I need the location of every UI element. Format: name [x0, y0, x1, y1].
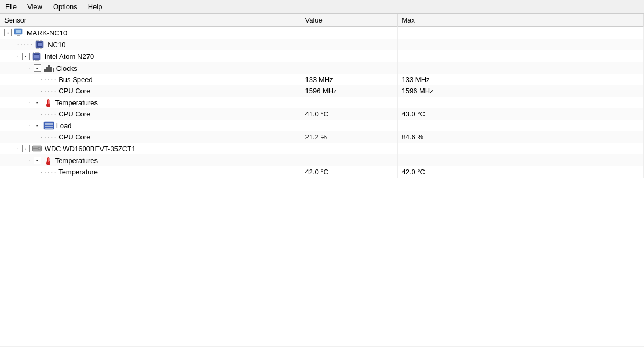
expand-button-temperatures-hdd[interactable]: -: [34, 157, 41, 164]
value-cell-mark-nc10: [301, 27, 397, 39]
svg-rect-46: [33, 148, 38, 149]
sensor-label-load: Load: [56, 122, 72, 130]
hdd-icon-wrapper: [32, 144, 42, 153]
expand-button-intel-atom[interactable]: -: [22, 53, 30, 60]
svg-rect-30: [53, 68, 54, 72]
extra-cell-mark-nc10: [494, 27, 644, 39]
svg-rect-41: [45, 128, 53, 129]
extra-cell-cpu-core-clocks: [494, 85, 644, 97]
table-row: ·····Bus Speed133 MHz133 MHz: [0, 74, 644, 85]
sensor-label-clocks: Clocks: [56, 64, 77, 72]
load-icon-wrapper: [43, 121, 54, 130]
value-cell-wdc-hdd: [301, 143, 397, 154]
max-cell-clocks: [397, 62, 494, 74]
max-cell-cpu-core-load: 84.6 %: [397, 131, 494, 143]
thermometer-icon-wrapper: [43, 98, 53, 107]
table-row: - MARK-NC10: [0, 27, 644, 39]
expand-button-clocks[interactable]: -: [34, 64, 41, 72]
menubar: File View Options Help: [0, 0, 644, 14]
cpu-small-icon-wrapper: [35, 40, 46, 49]
svg-rect-27: [46, 67, 48, 72]
col-header-max: Max: [397, 14, 494, 27]
menu-help[interactable]: Help: [85, 2, 106, 12]
tree-lines: ·····: [40, 110, 56, 118]
sensor-label-cpu-core-clocks: CPU Core: [58, 87, 90, 95]
value-cell-intel-atom: [301, 50, 397, 62]
table-row: ·- Intel Atom N270: [0, 50, 644, 62]
sensor-cell-cpu-core-load: ·····CPU Core: [0, 131, 301, 143]
sensor-label-wdc-hdd: WDC WD1600BEVT-35ZCT1: [45, 145, 136, 153]
col-header-value: Value: [301, 14, 397, 27]
table-row: ·- Temperatures: [0, 154, 644, 166]
extra-cell-temperatures-cpu: [494, 97, 644, 108]
tree-lines: ·····: [16, 41, 33, 48]
extra-cell-load: [494, 120, 644, 131]
max-cell-cpu-core-temp: 43.0 °C: [397, 108, 494, 120]
sensor-cell-temperature-hdd: ·····Temperature: [0, 166, 301, 178]
cpu-icon-wrapper: [32, 52, 42, 61]
load-icon: [43, 121, 54, 130]
tree-connector: ·: [28, 65, 32, 72]
computer-icon: [14, 28, 25, 37]
table-row: ·····Temperature42.0 °C42.0 °C: [0, 166, 644, 178]
svg-rect-29: [50, 67, 52, 72]
sensor-cell-temperatures-hdd: ·- Temperatures: [0, 154, 301, 166]
clocks-icon-wrapper: [43, 64, 54, 72]
value-cell-clocks: [301, 62, 397, 74]
extra-cell-cpu-core-temp: [494, 108, 644, 120]
value-cell-cpu-core-load: 21.2 %: [301, 131, 397, 143]
tree-connector: ·: [16, 53, 20, 60]
svg-rect-39: [45, 124, 53, 125]
expand-button-load[interactable]: -: [34, 122, 41, 129]
sensor-label-temperatures-cpu: Temperatures: [55, 99, 98, 107]
menu-view[interactable]: View: [24, 2, 46, 12]
sensor-cell-cpu-core-temp: ·····CPU Core: [0, 108, 301, 120]
max-cell-mark-nc10: [397, 27, 494, 39]
sensor-cell-nc10: ····· NC10: [0, 39, 301, 50]
svg-rect-6: [38, 43, 42, 46]
hdd-icon: [32, 144, 42, 153]
tree-lines: ·····: [40, 76, 56, 84]
extra-cell-intel-atom: [494, 50, 644, 62]
expand-button-mark-nc10[interactable]: -: [4, 29, 12, 36]
tree-lines: ·····: [40, 87, 56, 95]
main-content: Sensor Value Max - MARK-NC10·····: [0, 14, 644, 346]
cpu-small-icon: [35, 40, 46, 49]
menu-options[interactable]: Options: [50, 2, 80, 12]
sensor-label-intel-atom: Intel Atom N270: [45, 53, 94, 61]
extra-cell-temperatures-hdd: [494, 154, 644, 166]
value-cell-load: [301, 120, 397, 131]
extra-cell-wdc-hdd: [494, 143, 644, 154]
tree-connector: ·: [28, 122, 32, 129]
table-row: ····· NC10: [0, 39, 644, 50]
value-cell-cpu-core-clocks: 1596 MHz: [301, 85, 397, 97]
max-cell-load: [397, 120, 494, 131]
col-header-extra: [494, 14, 644, 27]
sensor-cell-load: ·- Load: [0, 120, 301, 131]
tree-lines: ·····: [40, 168, 56, 176]
table-row: ·····CPU Core41.0 °C43.0 °C: [0, 108, 644, 120]
max-cell-wdc-hdd: [397, 143, 494, 154]
menu-file[interactable]: File: [2, 2, 20, 12]
svg-rect-49: [48, 158, 49, 162]
svg-rect-17: [34, 55, 39, 58]
max-cell-bus-speed: 133 MHz: [397, 74, 494, 85]
extra-cell-clocks: [494, 62, 644, 74]
value-cell-cpu-core-temp: 41.0 °C: [301, 108, 397, 120]
sensor-label-nc10: NC10: [48, 41, 65, 49]
table-row: ·····CPU Core1596 MHz1596 MHz: [0, 85, 644, 97]
sensor-cell-temperatures-cpu: ·- Temperatures: [0, 97, 301, 108]
expand-button-temperatures-cpu[interactable]: -: [34, 99, 41, 106]
sensor-cell-bus-speed: ·····Bus Speed: [0, 74, 301, 85]
svg-rect-28: [48, 65, 50, 72]
tree-connector: ·: [28, 99, 32, 106]
sensor-label-cpu-core-temp: CPU Core: [58, 110, 90, 118]
svg-rect-26: [44, 69, 46, 72]
max-cell-temperature-hdd: 42.0 °C: [397, 166, 494, 178]
expand-button-wdc-hdd[interactable]: -: [22, 145, 30, 152]
sensor-cell-intel-atom: ·- Intel Atom N270: [0, 50, 301, 62]
tree-connector: ·: [28, 157, 32, 164]
extra-cell-temperature-hdd: [494, 166, 644, 178]
table-row: ·- WDC WD1600BEVT-35ZCT1: [0, 143, 644, 154]
table-row: ·····CPU Core21.2 %84.6 %: [0, 131, 644, 143]
